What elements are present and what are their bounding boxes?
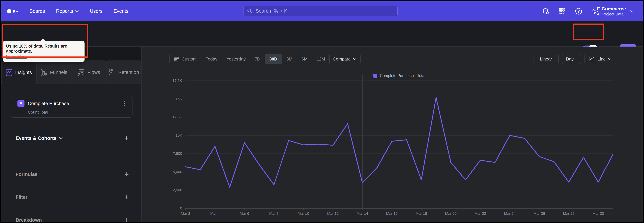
project-name: E-Commerce xyxy=(597,6,626,12)
x-axis-label: Mar 18 xyxy=(410,211,433,216)
axis-scale-icon xyxy=(537,56,538,62)
data-line[interactable] xyxy=(186,97,613,187)
chevron-down-icon xyxy=(59,137,63,139)
line-dropdown[interactable]: Line xyxy=(584,54,616,64)
y-axis-label: 12.5K xyxy=(159,115,182,119)
y-axis-label: 0 xyxy=(159,206,182,210)
add-breakdown-button[interactable]: + xyxy=(124,217,129,222)
tab-flows[interactable]: Flows xyxy=(71,60,106,84)
chart-legend[interactable]: Complete Purchase - Total xyxy=(186,73,613,78)
compare-button[interactable]: Compare xyxy=(328,54,360,64)
project-subtitle: All Project Data xyxy=(597,12,626,17)
range-custom[interactable]: Custom xyxy=(170,54,201,64)
flows-icon xyxy=(77,69,85,76)
add-event-button[interactable]: + xyxy=(124,135,129,142)
event-name[interactable]: Complete Purchase xyxy=(28,101,69,106)
nav-item-events[interactable]: Events xyxy=(114,9,128,14)
add-formulas-button[interactable]: + xyxy=(124,171,129,178)
range-3m[interactable]: 3M xyxy=(282,54,297,64)
svg-text:?: ? xyxy=(578,9,580,14)
nav-item-boards[interactable]: Boards xyxy=(30,9,45,14)
y-axis-label: 2,500 xyxy=(159,188,182,192)
apps-grid-icon[interactable] xyxy=(558,8,566,15)
range-label: 30D xyxy=(269,56,278,62)
range-label: Today xyxy=(206,56,217,62)
report-header: Untitled Sampled + Add description... xyxy=(1,21,643,47)
range-30d[interactable]: 30D xyxy=(265,54,282,64)
tab-retention[interactable]: Retention xyxy=(106,60,142,84)
event-more-icon[interactable] xyxy=(121,100,127,107)
data-management-icon[interactable] xyxy=(542,8,550,15)
nav-item-label: Boards xyxy=(30,9,45,14)
date-range-control: CustomTodayYesterday7D30D3M6M12M xyxy=(169,54,330,64)
linear-dropdown[interactable]: Linear xyxy=(533,54,559,64)
mixpanel-logo-icon[interactable] xyxy=(7,9,18,14)
y-axis-label: 15K xyxy=(159,97,182,101)
chart-panel: CustomTodayYesterday7D30D3M6M12M Compare… xyxy=(142,47,643,222)
range-label: Yesterday xyxy=(226,56,246,62)
chevron-down-icon xyxy=(576,58,576,60)
range-12m[interactable]: 12M xyxy=(312,54,330,64)
learn-more-link[interactable]: Learn More xyxy=(6,54,27,59)
top-nav: BoardsReportsUsersEvents xyxy=(1,1,643,21)
nav-item-users[interactable]: Users xyxy=(90,9,102,14)
x-axis-label: Mar 30 xyxy=(586,211,610,216)
app-window: BoardsReportsUsersEvents xyxy=(1,1,643,222)
x-axis-label: Mar 22 xyxy=(468,211,492,216)
search-input[interactable] xyxy=(255,8,387,14)
search-icon xyxy=(247,8,252,14)
project-switcher[interactable]: E-Commerce All Project Data xyxy=(597,1,634,21)
events-cohorts-header[interactable]: Events & Cohorts xyxy=(16,136,63,141)
event-metric[interactable]: Count Total xyxy=(28,110,48,115)
line-chart[interactable] xyxy=(186,81,613,208)
range-yesterday[interactable]: Yesterday xyxy=(222,54,250,64)
nav-item-reports[interactable]: Reports xyxy=(56,9,79,14)
tab-insights[interactable]: Insights xyxy=(1,61,36,84)
section-label: Filter xyxy=(16,194,28,200)
x-axis-label: Mar 14 xyxy=(351,211,374,216)
legend-label: Complete Purchase - Total xyxy=(380,73,425,78)
add-filter-button[interactable]: + xyxy=(124,194,129,200)
range-label: 7D xyxy=(255,56,260,62)
retention-icon xyxy=(108,69,116,76)
y-axis-label: 5,000 xyxy=(159,170,182,174)
x-axis-label: Mar 2 xyxy=(174,211,197,216)
search-bar[interactable] xyxy=(243,6,398,16)
range-today[interactable]: Today xyxy=(201,54,222,64)
chevron-down-icon xyxy=(608,58,612,60)
range-6m[interactable]: 6M xyxy=(297,54,312,64)
sampling-tooltip: Using 10% of data. Results are approxima… xyxy=(3,41,84,62)
insights-icon xyxy=(6,69,12,76)
nav-item-label: Reports xyxy=(56,9,73,14)
x-axis-label: Mar 8 xyxy=(262,211,286,216)
x-axis-label: Mar 20 xyxy=(439,211,462,216)
topnav-icon-group: ? xyxy=(542,1,599,21)
help-icon[interactable]: ? xyxy=(575,8,582,15)
tab-label: Flows xyxy=(88,70,100,75)
event-series-badge: A xyxy=(18,100,24,107)
events-cohorts-label: Events & Cohorts xyxy=(16,136,56,141)
section-row-filter: Filter+ xyxy=(1,192,141,202)
x-axis-label: Mar 24 xyxy=(498,211,522,216)
range-label: 3M xyxy=(286,56,292,62)
y-axis-label: 17.5K xyxy=(159,78,182,83)
dropdown-label: Linear xyxy=(540,56,552,62)
range-7d[interactable]: 7D xyxy=(250,54,265,64)
report-tabs: InsightsFunnelsFlowsRetention xyxy=(1,60,141,84)
tab-label: Retention xyxy=(118,70,139,75)
compare-label: Compare xyxy=(333,56,351,62)
day-dropdown[interactable]: Day xyxy=(562,54,580,64)
section-row-breakdown: Breakdown+ xyxy=(1,215,141,222)
event-card[interactable]: A Complete Purchase Count Total xyxy=(11,96,132,118)
section-label: Formulas xyxy=(16,172,38,177)
x-axis-label: Mar 10 xyxy=(292,211,315,216)
x-axis-label: Mar 26 xyxy=(528,211,551,216)
tab-label: Insights xyxy=(15,70,32,75)
chevron-down-icon xyxy=(75,10,79,12)
events-cohorts-header-row: Events & Cohorts + xyxy=(1,133,141,143)
tab-funnels[interactable]: Funnels xyxy=(36,60,72,84)
x-axis-label: Mar 12 xyxy=(321,211,345,216)
dropdown-label: Line xyxy=(598,56,606,62)
calendar-icon xyxy=(174,56,180,62)
y-axis-label: 7,500 xyxy=(159,151,182,156)
